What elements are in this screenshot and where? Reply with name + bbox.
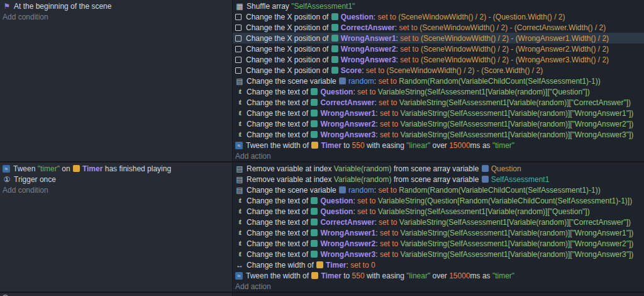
action-text-wronganswer3[interactable]: ıtChange the text of WrongAnswer3: set t… bbox=[233, 249, 644, 259]
text-segment: Random(Random(VariableChildCount(SelfAss… bbox=[399, 186, 601, 195]
timer-object-icon bbox=[73, 165, 80, 172]
text-segment: WrongAnswer2 bbox=[320, 120, 375, 128]
text-segment: Change the X position of bbox=[246, 23, 331, 32]
text-segment: VariableString(SelfAssessment1[Variable(… bbox=[401, 109, 634, 118]
condition-at-beginning-of-scene[interactable]: ⚑At the beginning of the scene bbox=[0, 1, 232, 11]
action-x-question[interactable]: Change the X position of Question: set t… bbox=[233, 11, 644, 22]
timer-object-icon bbox=[311, 272, 318, 279]
add-condition-link[interactable]: Add condition bbox=[0, 11, 232, 22]
action-x-score[interactable]: Change the X position of Score: set to (… bbox=[233, 65, 644, 76]
action-x-wronganswer2[interactable]: Change the X position of WrongAnswer2: s… bbox=[233, 43, 644, 54]
text-segment: VariableString(SelfAssessment1[Variable(… bbox=[401, 250, 634, 259]
add-action-link[interactable]: Add action bbox=[233, 151, 644, 161]
text-segment: WrongAnswer1 bbox=[320, 109, 375, 118]
action-text-question-from-question-array[interactable]: ıtChange the text of Question: set to Va… bbox=[233, 195, 644, 206]
text-segment: WrongAnswer2 bbox=[320, 239, 375, 248]
text-object-icon bbox=[311, 110, 318, 117]
variable-badge-icon bbox=[339, 186, 346, 193]
tween-icon: ≈ bbox=[235, 142, 243, 149]
text-object-icon bbox=[311, 88, 318, 95]
x-position-icon bbox=[235, 14, 242, 20]
action-text-correctanswer[interactable]: ıtChange the text of CorrectAnswer: set … bbox=[233, 97, 644, 108]
action-set-timer-width-0[interactable]: ↔Change the width of Timer: set to 0 bbox=[233, 259, 644, 270]
variable-badge-icon bbox=[482, 165, 489, 172]
text-segment: Change the text of bbox=[247, 218, 310, 227]
text-segment: Timer bbox=[321, 271, 341, 280]
action-text-correctanswer[interactable]: ıtChange the text of CorrectAnswer: set … bbox=[233, 217, 644, 227]
text-segment: : bbox=[375, 239, 380, 248]
action-text-wronganswer1[interactable]: ıtChange the text of WrongAnswer1: set t… bbox=[233, 108, 644, 118]
condition-trigger-once[interactable]: ①Trigger once bbox=[0, 174, 232, 185]
text-segment: Question bbox=[320, 88, 353, 96]
text-segment: : bbox=[375, 120, 380, 128]
text-segment: (SceneWindowWidth() / 2) - (Score.Width(… bbox=[386, 66, 543, 75]
action-shuffle-array[interactable]: ▦Shuffle array "SelfAssessment1" bbox=[233, 1, 644, 11]
text-segment: : bbox=[375, 130, 380, 139]
text-segment: : bbox=[374, 186, 379, 195]
action-x-wronganswer3[interactable]: Change the X position of WrongAnswer3: s… bbox=[233, 54, 644, 65]
action-text-wronganswer3[interactable]: ıtChange the text of WrongAnswer3: set t… bbox=[233, 129, 644, 140]
change-text-icon: ıt bbox=[235, 218, 244, 227]
text-segment: ms as bbox=[470, 141, 492, 150]
action-set-random[interactable]: ▤Change the scene variable random: set t… bbox=[233, 185, 644, 195]
text-segment: 15000 bbox=[449, 271, 470, 280]
action-x-correctanswer[interactable]: Change the X position of CorrectAnswer: … bbox=[233, 22, 644, 33]
text-segment: VariableString(SelfAssessment1[Variable(… bbox=[399, 98, 631, 107]
add-action-link[interactable]: Add action bbox=[233, 281, 644, 292]
text-segment: Remove variable at index bbox=[247, 175, 334, 184]
action-set-random[interactable]: ▤Change the scene variable random: set t… bbox=[233, 76, 644, 86]
action-remove-selfassessment1-index[interactable]: ▤Remove variable at index Variable(rando… bbox=[233, 174, 644, 185]
text-segment: At the beginning of the scene bbox=[14, 2, 111, 11]
change-text-icon: ıt bbox=[235, 88, 244, 96]
action-text-question[interactable]: ıtChange the text of Question: set to Va… bbox=[233, 206, 644, 217]
text-segment: Change the width of bbox=[247, 261, 316, 270]
text-segment: WrongAnswer3 bbox=[320, 250, 375, 259]
text-segment: over bbox=[430, 141, 449, 150]
text-segment: Change the scene variable bbox=[247, 186, 338, 195]
text-segment: VariableString(SelfAssessment1[Variable(… bbox=[399, 218, 631, 227]
text-segment: 0 bbox=[371, 261, 375, 270]
text-segment: Score bbox=[341, 66, 362, 75]
add-action-link[interactable]: Add action bbox=[233, 293, 644, 296]
change-text-icon: ıt bbox=[235, 120, 244, 128]
text-segment: Variable(random) bbox=[334, 175, 392, 184]
add-action-label: Add action bbox=[235, 282, 271, 291]
text-segment: set to bbox=[357, 196, 378, 205]
text-segment: Change the scene variable bbox=[247, 77, 338, 86]
text-segment: WrongAnswer3 bbox=[341, 55, 396, 64]
event-1: ⚑At the beginning of the sceneAdd condit… bbox=[0, 0, 644, 161]
condition-tween-finished[interactable]: ≈Tween "timer" on Timer has finished pla… bbox=[0, 163, 232, 174]
condition-touch-or-left-mouse-down[interactable]: Touch or Left mouse button is down bbox=[0, 293, 232, 296]
text-segment: Timer bbox=[321, 141, 341, 150]
x-position-icon bbox=[235, 67, 242, 74]
text-segment: : bbox=[375, 229, 380, 237]
text-segment: set to bbox=[380, 120, 401, 128]
text-segment: Tween the width of bbox=[246, 141, 311, 150]
action-text-wronganswer1[interactable]: ıtChange the text of WrongAnswer1: set t… bbox=[233, 227, 644, 238]
action-tween-timer-width[interactable]: ≈Tween the width of Timer to 550 with ea… bbox=[233, 140, 644, 151]
action-remove-question-index[interactable]: ▤Remove variable at index Variable(rando… bbox=[233, 163, 644, 174]
action-tween-timer-width[interactable]: ≈Tween the width of Timer to 550 with ea… bbox=[233, 270, 644, 281]
action-x-wronganswer1[interactable]: Change the X position of WrongAnswer1: s… bbox=[233, 33, 644, 43]
text-segment: : bbox=[396, 45, 401, 54]
text-segment: Variable(random) bbox=[334, 164, 392, 173]
text-segment: : bbox=[396, 34, 401, 43]
text-segment: VariableString(SelfAssessment1[Variable(… bbox=[401, 229, 634, 237]
event-sheet: ⚑At the beginning of the sceneAdd condit… bbox=[0, 0, 644, 296]
text-segment: WrongAnswer1 bbox=[341, 34, 396, 43]
text-segment: Change the X position of bbox=[246, 45, 331, 54]
text-object-icon bbox=[331, 56, 338, 63]
remove-variable-icon: ▤ bbox=[235, 175, 244, 184]
action-text-question[interactable]: ıtChange the text of Question: set to Va… bbox=[233, 86, 644, 97]
text-segment: Change the text of bbox=[247, 239, 310, 248]
conditions-column: ⚑At the beginning of the sceneAdd condit… bbox=[0, 0, 233, 161]
text-segment: VariableString(SelfAssessment1[Variable(… bbox=[378, 207, 590, 216]
actions-column: ▤Remove variable at index Variable(rando… bbox=[233, 162, 644, 292]
action-text-wronganswer2[interactable]: ıtChange the text of WrongAnswer2: set t… bbox=[233, 238, 644, 249]
add-condition-link[interactable]: Add condition bbox=[0, 185, 232, 195]
text-segment: has finished playing bbox=[103, 164, 171, 173]
text-segment: with easing bbox=[365, 271, 407, 280]
text-segment: Change the text of bbox=[247, 109, 310, 118]
x-position-icon bbox=[235, 25, 242, 31]
action-text-wronganswer2[interactable]: ıtChange the text of WrongAnswer2: set t… bbox=[233, 118, 644, 129]
